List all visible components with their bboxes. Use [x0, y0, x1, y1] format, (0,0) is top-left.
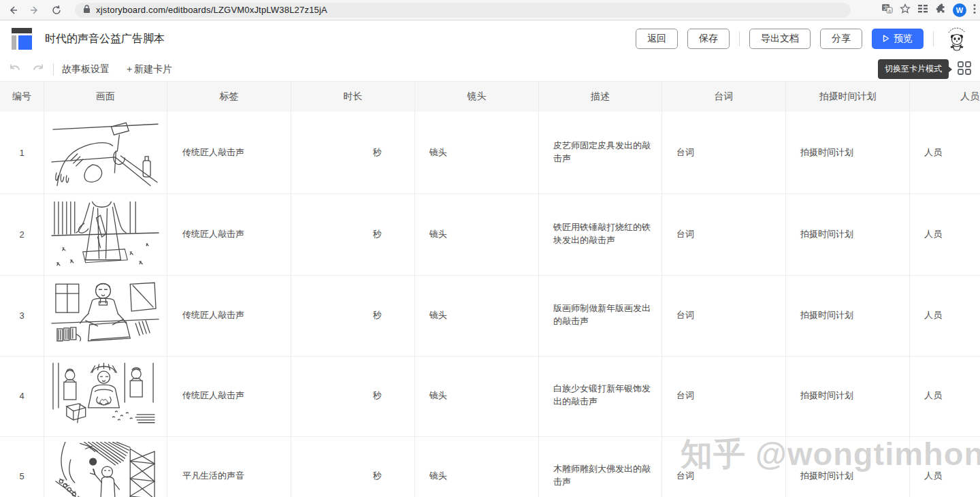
row-number: 1	[0, 112, 44, 194]
col-header-description: 描述	[539, 82, 662, 112]
app-header: 时代的声音公益广告脚本 返回 保存 导出文档 分享 预览	[0, 20, 980, 57]
row-number: 3	[0, 274, 44, 357]
col-header-shot: 镜头	[415, 82, 539, 112]
storyboard-title: 时代的声音公益广告脚本	[45, 32, 165, 46]
tag-cell[interactable]: 传统匠人敲击声	[167, 193, 291, 276]
address-bar[interactable]: xjstoryboard.com/editboards/LZGVM0xJtpLW…	[75, 3, 851, 18]
col-header-lines: 台词	[662, 82, 786, 112]
row-number: 2	[0, 193, 44, 276]
schedule-cell[interactable]: 拍摄时间计划	[786, 274, 910, 357]
shot-cell[interactable]: 镜头	[415, 274, 539, 357]
col-header-picture: 画面	[44, 82, 167, 112]
bookmark-star-icon[interactable]	[900, 3, 911, 17]
browser-forward-icon[interactable]	[26, 1, 44, 19]
edit-toolbar: 故事板设置 ＋新建卡片 切换至卡片模式	[0, 57, 980, 82]
schedule-cell[interactable]: 拍摄时间计划	[786, 435, 910, 497]
tag-cell[interactable]: 传统匠人敲击声	[167, 112, 291, 194]
back-button[interactable]: 返回	[636, 29, 678, 49]
storyboard-table: 编号 画面 标签 时长 镜头 描述 台词 拍摄时间计划 人员 1 传统匠人敲击声	[0, 82, 980, 497]
table-header-row: 编号 画面 标签 时长 镜头 描述 台词 拍摄时间计划 人员	[0, 82, 980, 112]
share-button[interactable]: 分享	[820, 29, 862, 49]
redo-icon[interactable]	[30, 61, 46, 78]
frame-image-cell[interactable]	[44, 435, 167, 497]
col-header-duration: 时长	[291, 82, 415, 112]
schedule-cell[interactable]: 拍摄时间计划	[786, 355, 910, 437]
schedule-cell[interactable]: 拍摄时间计划	[786, 112, 910, 194]
browser-menu-icon[interactable]	[973, 3, 976, 17]
shot-cell[interactable]: 镜头	[415, 355, 539, 437]
frame-image-cell[interactable]	[44, 274, 167, 357]
sketch-printmaker-carving	[50, 281, 161, 349]
schedule-cell[interactable]: 拍摄时间计划	[786, 193, 910, 276]
frame-image-cell[interactable]	[44, 112, 167, 194]
table-row: 1 传统匠人敲击声 秒 镜头 皮艺师固定皮具发出的敲击声 台词 拍摄时间计划 人…	[0, 112, 980, 193]
lock-icon	[83, 4, 91, 16]
browser-reload-icon[interactable]	[48, 1, 65, 19]
lines-cell[interactable]: 台词	[662, 355, 786, 437]
duration-cell[interactable]: 秒	[291, 193, 415, 276]
sketch-bai-girl-silver	[50, 362, 161, 430]
panda-mascot-icon[interactable]	[943, 23, 970, 54]
frame-image-cell[interactable]	[44, 193, 167, 276]
card-mode-toggle-icon[interactable]	[957, 61, 972, 78]
divider	[933, 31, 934, 46]
duration-cell[interactable]: 秒	[291, 435, 415, 497]
sketch-leather-craftsman	[50, 118, 161, 187]
extensions-puzzle-icon[interactable]	[935, 3, 946, 17]
duration-cell[interactable]: 秒	[291, 355, 415, 437]
col-header-crew: 人员	[910, 82, 980, 112]
preview-button[interactable]: 预览	[872, 29, 924, 49]
shot-cell[interactable]: 镜头	[415, 435, 539, 497]
duration-cell[interactable]: 秒	[291, 274, 415, 357]
crew-cell[interactable]: 人员	[910, 355, 980, 437]
translate-icon[interactable]: 文a	[881, 3, 893, 16]
duration-cell[interactable]: 秒	[291, 112, 415, 194]
url-text: xjstoryboard.com/editboards/LZGVM0xJtpLW…	[96, 5, 327, 15]
storyboard-settings-link[interactable]: 故事板设置	[62, 63, 110, 76]
tag-cell[interactable]: 平凡生活的声音	[167, 435, 291, 497]
crew-cell[interactable]: 人员	[910, 274, 980, 357]
undo-icon[interactable]	[7, 61, 23, 78]
browser-toolbar: xjstoryboard.com/editboards/LZGVM0xJtpLW…	[0, 0, 980, 20]
description-cell[interactable]: 皮艺师固定皮具发出的敲击声	[539, 112, 662, 194]
col-header-schedule: 拍摄时间计划	[786, 82, 910, 112]
crew-cell[interactable]: 人员	[910, 435, 980, 497]
table-row: 5 平凡生活的声音 秒 镜头 木雕师雕刻大佛发出的敲击声 台	[0, 435, 980, 497]
sketch-blacksmith-sparks	[50, 200, 161, 268]
app-logo[interactable]	[10, 26, 35, 52]
card-mode-tooltip: 切换至卡片模式	[878, 59, 949, 79]
col-header-number: 编号	[0, 82, 44, 112]
tag-cell[interactable]: 传统匠人敲击声	[167, 274, 291, 357]
sketch-woodcarver-buddha	[50, 442, 161, 497]
profile-avatar[interactable]: W	[953, 3, 966, 17]
frame-image-cell[interactable]	[44, 355, 167, 437]
shot-cell[interactable]: 镜头	[415, 193, 539, 276]
export-doc-button[interactable]: 导出文档	[749, 29, 811, 49]
crew-cell[interactable]: 人员	[910, 112, 980, 194]
table-row: 4 传统匠人敲击声 秒 镜头 白族少女锻打新年银饰	[0, 355, 980, 435]
tag-cell[interactable]: 传统匠人敲击声	[167, 355, 291, 437]
table-row: 2 传统匠人敲击声 秒 镜头 铁匠用铁锤敲打烧红的铁块发出的敲击声 台词 拍摄时…	[0, 193, 980, 274]
lines-cell[interactable]: 台词	[662, 112, 786, 194]
table-row: 3 传统匠人敲击声 秒 镜头 版画师制做新年版画发出的敲击声 台词 拍	[0, 274, 980, 355]
new-card-link[interactable]: ＋新建卡片	[125, 63, 172, 76]
lines-cell[interactable]: 台词	[662, 435, 786, 497]
row-number: 4	[0, 355, 44, 437]
description-cell[interactable]: 铁匠用铁锤敲打烧红的铁块发出的敲击声	[539, 193, 662, 276]
divider	[53, 63, 54, 76]
shot-cell[interactable]: 镜头	[415, 112, 539, 194]
description-cell[interactable]: 版画师制做新年版画发出的敲击声	[539, 274, 662, 357]
divider	[739, 31, 740, 46]
lines-cell[interactable]: 台词	[662, 193, 786, 276]
description-cell[interactable]: 木雕师雕刻大佛发出的敲击声	[539, 435, 662, 497]
row-number: 5	[0, 435, 44, 497]
description-cell[interactable]: 白族少女锻打新年银饰发出的敲击声	[539, 355, 662, 437]
save-button[interactable]: 保存	[687, 29, 730, 49]
extension-grid-icon[interactable]	[917, 4, 928, 16]
browser-back-icon[interactable]	[4, 1, 22, 19]
col-header-tag: 标签	[167, 82, 291, 112]
svg-text:a: a	[888, 8, 891, 13]
crew-cell[interactable]: 人员	[910, 193, 980, 276]
play-icon	[883, 33, 889, 44]
lines-cell[interactable]: 台词	[662, 274, 786, 357]
